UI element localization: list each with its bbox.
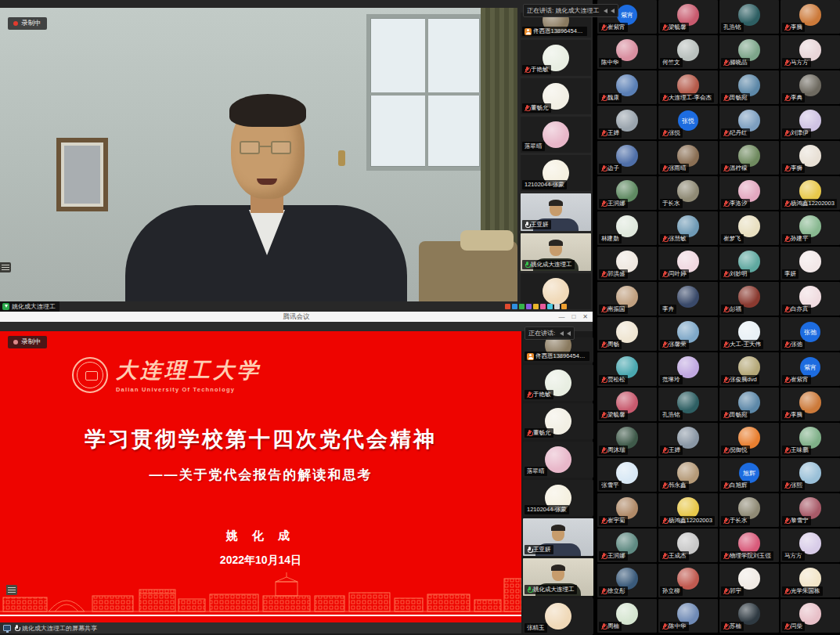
- tray-app-icon[interactable]: [547, 304, 553, 309]
- tray-app-icon[interactable]: [554, 304, 560, 309]
- participant-tile[interactable]: 滕晓晶: [719, 35, 779, 69]
- tray-app-icon[interactable]: [505, 304, 510, 309]
- participant-tile[interactable]: 李腾: [781, 388, 840, 421]
- participant-tile[interactable]: 物理学院刘玉强: [719, 529, 779, 562]
- participant-tile[interactable]: 李典: [781, 70, 840, 104]
- participant-tile[interactable]: 徐立彤: [597, 564, 657, 597]
- participant-tile[interactable]: 南振国: [597, 282, 657, 316]
- participant-tile[interactable]: 大工-王大伟: [719, 317, 779, 351]
- participant-tile[interactable]: 孔浩铭: [658, 388, 718, 421]
- filmstrip-participant-tile[interactable]: 姚化成大连理工: [521, 233, 591, 271]
- participant-tile[interactable]: 郭宇: [719, 564, 779, 597]
- participant-tile[interactable]: 李卉: [658, 282, 718, 316]
- participant-tile[interactable]: 王润娜: [597, 529, 657, 562]
- close-button[interactable]: ✕: [582, 313, 588, 320]
- participant-tile[interactable]: 刘妙明: [719, 247, 779, 280]
- tray-app-icon[interactable]: [561, 304, 567, 309]
- participant-tile[interactable]: 孔浩铭: [719, 0, 779, 34]
- participant-tile[interactable]: 刘津伊: [781, 106, 840, 139]
- participant-tile[interactable]: 苏楠: [719, 599, 779, 633]
- participant-tile[interactable]: 黎雪宁: [781, 493, 840, 527]
- tray-app-icon[interactable]: [540, 304, 546, 309]
- filmstrip-participant-tile[interactable]: 落翠晴: [521, 117, 591, 153]
- participant-tile[interactable]: 倪御悦: [719, 423, 779, 456]
- participant-tile[interactable]: 张雪平: [597, 458, 657, 492]
- participant-tile[interactable]: 杨鸿鑫12202003: [781, 176, 840, 210]
- filmstrip-participant-tile[interactable]: 12102044-张蒙: [521, 155, 591, 191]
- participant-tile[interactable]: 李妍: [781, 247, 840, 280]
- participant-tile[interactable]: 周畅: [597, 317, 657, 351]
- participant-tile[interactable]: 张雨晴: [658, 141, 718, 175]
- panel-toggle-button[interactable]: [0, 262, 11, 272]
- participant-tile[interactable]: 张弛张弛: [781, 317, 840, 351]
- participant-tile[interactable]: 白亦真: [781, 282, 840, 316]
- participant-tile[interactable]: 张熙: [781, 458, 840, 492]
- participant-tile[interactable]: 张悦张悦: [658, 106, 718, 139]
- filmstrip-participant-tile[interactable]: 姚化成大连理工: [523, 558, 593, 596]
- participant-tile[interactable]: 边子: [597, 141, 657, 175]
- participant-tile[interactable]: 张慧敏: [658, 211, 718, 245]
- filmstrip-participant-tile[interactable]: 董畅允: [521, 78, 591, 114]
- filmstrip-participant-tile[interactable]: 王亚妍: [521, 193, 591, 231]
- participant-tile[interactable]: 贾松松: [597, 352, 657, 386]
- filmstrip-participant-tile[interactable]: 于艳敏: [523, 365, 593, 401]
- participant-tile[interactable]: 王成杰: [658, 529, 718, 562]
- filmstrip-participant-tile[interactable]: 于艳敏: [521, 40, 591, 76]
- participant-tile[interactable]: 于长水: [719, 493, 779, 527]
- participant-tile[interactable]: 李洛汐: [719, 176, 779, 210]
- participant-tile[interactable]: 温柠檬: [719, 141, 779, 175]
- participant-tile[interactable]: 周沐瑞: [597, 423, 657, 456]
- participant-tile[interactable]: 韩永鑫: [658, 458, 718, 492]
- participant-tile[interactable]: 郭洪盛: [597, 247, 657, 280]
- tray-app-icon[interactable]: [533, 304, 539, 309]
- participant-tile[interactable]: 崔梦飞: [719, 211, 779, 245]
- participant-tile[interactable]: 何竺文: [658, 35, 718, 69]
- participant-tile[interactable]: 旭辉白旭辉: [719, 458, 779, 492]
- filmstrip-participant-tile[interactable]: 落翠晴: [523, 442, 593, 478]
- participant-tile[interactable]: 林建勋: [597, 211, 657, 245]
- participant-tile[interactable]: 范琳玲: [658, 352, 718, 386]
- filmstrip-participant-tile[interactable]: 张精玉: [523, 598, 593, 634]
- participant-tile[interactable]: 张俊腾dvd: [719, 352, 779, 386]
- participant-tile[interactable]: 紫宵崔紫宵: [781, 352, 840, 386]
- participant-tile[interactable]: 闫柴: [781, 599, 840, 633]
- filmstrip-participant-tile[interactable]: 董畅允: [523, 403, 593, 439]
- maximize-button[interactable]: □: [571, 313, 575, 320]
- participant-tile[interactable]: 李狮: [781, 141, 840, 175]
- participant-tile[interactable]: 纪丹红: [719, 106, 779, 139]
- participant-tile[interactable]: 陈中华: [658, 599, 718, 633]
- participant-tile[interactable]: 陈中华: [597, 35, 657, 69]
- participant-tile[interactable]: 马方方: [781, 35, 840, 69]
- shared-slide[interactable]: 录制中 大连理工大学 Dalian University Of Technolo…: [0, 331, 521, 622]
- participant-tile[interactable]: 彭福: [719, 282, 779, 316]
- participant-tile[interactable]: 周楠: [597, 599, 657, 633]
- participant-tile[interactable]: 田畅宛: [719, 388, 779, 421]
- participant-tile[interactable]: 王味鹏: [781, 423, 840, 456]
- participant-tile[interactable]: 王润娜: [597, 176, 657, 210]
- taskbar-tray-icons[interactable]: [505, 304, 567, 309]
- participant-tile[interactable]: 梁毓馨: [597, 388, 657, 421]
- participant-tile[interactable]: 光学朱国栋: [781, 564, 840, 597]
- participant-tile[interactable]: 杨鸿鑫12202003: [658, 493, 718, 527]
- tray-app-icon[interactable]: [519, 304, 525, 309]
- participant-tile[interactable]: 孙立柳: [658, 564, 718, 597]
- participant-tile[interactable]: 魏康: [597, 70, 657, 104]
- participant-tile[interactable]: 闫叶婷: [658, 247, 718, 280]
- minimize-button[interactable]: —: [558, 313, 564, 320]
- filmstrip-participant-tile[interactable]: 佟西恩13896454500: [523, 337, 593, 363]
- participant-tile[interactable]: 马方方: [781, 529, 840, 562]
- participant-tile[interactable]: 张馨荣: [658, 317, 718, 351]
- participant-tile[interactable]: 崔宇菊: [597, 493, 657, 527]
- participant-tile[interactable]: 梁毓馨: [658, 0, 718, 34]
- tray-app-icon[interactable]: [512, 304, 517, 309]
- participant-tile[interactable]: 王婵: [597, 106, 657, 139]
- tray-app-icon[interactable]: [526, 304, 532, 309]
- participant-tile[interactable]: 大连理工-李会杰: [658, 70, 718, 104]
- filmstrip-participant-tile[interactable]: 12102044-张蒙: [523, 480, 593, 516]
- participant-tile[interactable]: 孙建平: [781, 211, 840, 245]
- panel-toggle-button[interactable]: [6, 585, 17, 595]
- participant-tile[interactable]: 王婵: [658, 423, 718, 456]
- speaker-video[interactable]: 录制中: [0, 8, 517, 301]
- filmstrip-participant-tile[interactable]: 王亚妍: [523, 518, 593, 556]
- participant-tile[interactable]: 于长水: [658, 176, 718, 210]
